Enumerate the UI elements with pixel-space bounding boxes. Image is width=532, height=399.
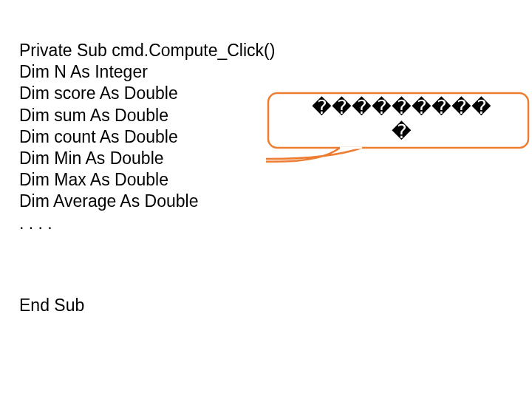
callout-line2: � [272,120,531,144]
callout-line1: ��������� [312,96,491,118]
code-block: Private Sub cmd.Compute_Click() Dim N As… [19,40,275,234]
code-line-4: Dim sum As Double [19,105,275,126]
code-line-5: Dim count As Double [19,126,275,148]
code-line-1: Private Sub cmd.Compute_Click() [19,40,275,61]
callout: ��������� � [266,91,532,176]
slide: Private Sub cmd.Compute_Click() Dim N As… [0,0,532,399]
code-line-2: Dim N As Integer [19,61,275,83]
code-line-9: . . . . [19,213,275,234]
code-line-3: Dim score As Double [19,83,275,104]
callout-text: ��������� � [272,95,531,143]
code-end-sub: End Sub [19,296,84,316]
code-line-6: Dim Min As Double [19,148,275,169]
code-line-7: Dim Max As Double [19,169,275,191]
code-line-8: Dim Average As Double [19,191,275,212]
